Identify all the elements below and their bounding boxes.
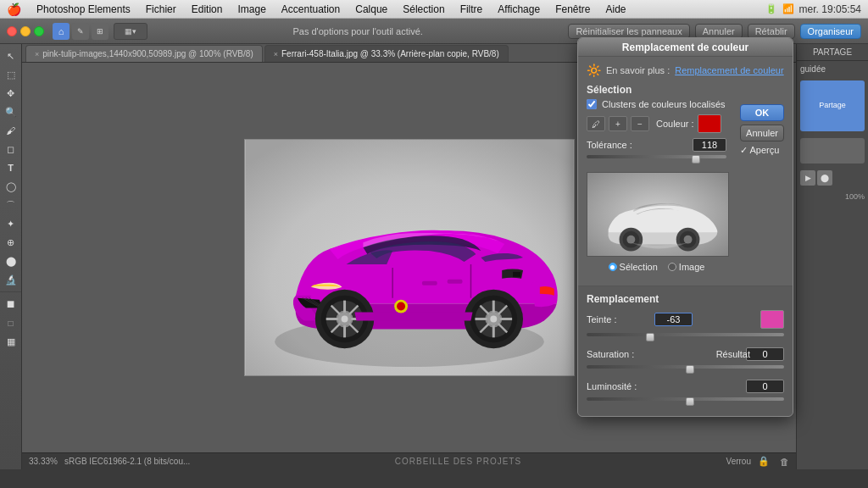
menu-fichier[interactable]: Fichier <box>139 2 183 17</box>
view-selector[interactable]: ▦▾ <box>114 23 147 40</box>
menu-photoshop[interactable]: Photoshop Elements <box>30 2 137 17</box>
menu-calque[interactable]: Calque <box>348 2 394 17</box>
guidee-label: guidée <box>797 61 868 77</box>
trash-icon[interactable]: 🗑 <box>780 457 789 467</box>
tool-zoom[interactable]: 🔍 <box>3 103 19 120</box>
menu-selection[interactable]: Sélection <box>396 2 451 17</box>
right-panel: PARTAGE guidée Partage ▶ ⬤ 100% <box>796 44 868 469</box>
menu-image[interactable]: Image <box>231 2 272 17</box>
teinte-slider[interactable] <box>587 333 784 343</box>
color-add-btn[interactable]: + <box>609 116 627 131</box>
teinte-color-swatch[interactable] <box>760 310 784 329</box>
car-illustration <box>245 140 574 375</box>
panel-btn-2[interactable]: ⬤ <box>817 170 832 186</box>
tool-brush[interactable]: 🖌 <box>3 122 19 139</box>
clusters-checkbox-row: Clusters de couleurs localisés <box>587 99 726 109</box>
tool-clone[interactable]: ⊕ <box>3 234 19 251</box>
couleur-label: Couleur : <box>656 119 694 129</box>
dialog-apercu-button[interactable]: ✓ Aperçu <box>740 145 784 156</box>
tool-crop[interactable]: ⬚ <box>3 66 19 83</box>
tab-label-ferrari: Ferrari-458-Italia.jpg @ 33.3% (Arrière-… <box>281 49 499 58</box>
apple-icon[interactable]: 🍎 <box>7 3 21 16</box>
reset-panels-button[interactable]: Réinitialiser les panneaux <box>568 24 689 39</box>
window-minimize[interactable] <box>20 26 31 36</box>
luminosite-value[interactable]: 0 <box>746 380 784 393</box>
saturation-row: Saturation : Résultat 0 <box>587 347 784 361</box>
menu-aide[interactable]: Aide <box>598 2 632 17</box>
dialog-info-row: 🔆 En savoir plus : Remplacement de coule… <box>587 64 784 77</box>
toolbar-icon-edit[interactable]: ✎ <box>72 23 89 40</box>
tab-label-tulip: pink-tulip-images,1440x900,50989.jpg @ 1… <box>42 49 253 58</box>
tool-fg-color[interactable]: ■ <box>3 296 19 313</box>
toolbar-status: Pas d'options pour l'outil activé. <box>151 26 565 36</box>
tool-text[interactable]: T <box>3 159 19 176</box>
svg-point-28 <box>397 302 405 311</box>
menu-edition[interactable]: Edition <box>185 2 230 17</box>
teinte-label: Teinte : <box>587 314 654 324</box>
tool-eraser[interactable]: ◻ <box>3 141 19 158</box>
tool-divider <box>0 291 21 292</box>
tool-move[interactable]: ✥ <box>3 85 19 102</box>
teinte-value[interactable]: -63 <box>654 313 693 326</box>
tool-dodge[interactable]: ⬤ <box>3 252 19 269</box>
toolbar-cancel-button[interactable]: Annuler <box>695 24 743 39</box>
menu-bar: 🍎 Photoshop Elements Fichier Edition Ima… <box>0 0 868 19</box>
tool-eyedrop[interactable]: 🔬 <box>3 271 19 288</box>
menu-filtre[interactable]: Filtre <box>453 2 490 17</box>
tab-tulip[interactable]: × pink-tulip-images,1440x900,50989.jpg @… <box>25 45 263 62</box>
window-maximize[interactable] <box>34 26 44 36</box>
preview-svg <box>587 172 728 257</box>
menu-accentuation[interactable]: Accentuation <box>275 2 347 17</box>
dialog-titlebar: Remplacement de couleur <box>578 38 793 57</box>
svg-rect-26 <box>447 280 462 284</box>
color-replace-dialog: Remplacement de couleur 🔆 En savoir plus… <box>577 37 793 417</box>
color-swatch[interactable] <box>698 114 721 133</box>
radio-image-label: Image <box>679 262 705 272</box>
tool-magic[interactable]: ✦ <box>3 215 19 232</box>
dialog-ok-button[interactable]: OK <box>740 104 784 121</box>
window-close[interactable] <box>7 26 17 36</box>
tolerance-value[interactable]: 118 <box>693 138 726 152</box>
tool-gradient[interactable]: ▦ <box>3 333 19 350</box>
panel-box-2 <box>800 138 865 164</box>
panel-btn-1[interactable]: ▶ <box>800 170 815 186</box>
menu-affichage[interactable]: Affichage <box>491 2 547 17</box>
tool-bg-color[interactable]: □ <box>3 314 19 331</box>
svg-point-35 <box>684 236 693 244</box>
color-picker-btn[interactable]: 🖊 <box>587 116 605 131</box>
canvas-image[interactable] <box>244 139 575 376</box>
luminosite-slider[interactable] <box>587 397 784 408</box>
luminosite-label: Luminosité : <box>587 381 654 391</box>
tool-shape[interactable]: ◯ <box>3 178 19 195</box>
selection-section-title: Sélection <box>587 84 726 96</box>
left-toolbar: ↖ ⬚ ✥ 🔍 🖌 ◻ T ◯ ⌒ ✦ ⊕ ⬤ 🔬 ■ □ ▦ <box>0 44 22 469</box>
saturation-value[interactable]: 0 <box>746 347 784 361</box>
remplacement-title: Remplacement <box>587 293 784 305</box>
retablir-button[interactable]: Rétablir <box>748 24 795 39</box>
tab-close-ferrari[interactable]: × <box>274 50 278 58</box>
menu-fenetre[interactable]: Fenêtre <box>548 2 597 17</box>
color-remove-btn[interactable]: − <box>631 116 649 131</box>
info-link[interactable]: Remplacement de couleur <box>675 65 783 75</box>
tool-arrow[interactable]: ↖ <box>3 47 19 64</box>
verrou-label: Verrou <box>726 457 751 466</box>
clusters-checkbox[interactable] <box>587 99 597 109</box>
tolerance-slider[interactable] <box>587 155 726 165</box>
remplacement-section: Remplacement Teinte : -63 Saturation : R… <box>578 286 793 416</box>
dialog-title: Remplacement de couleur <box>622 42 748 53</box>
svg-point-32 <box>626 236 635 244</box>
tool-lasso[interactable]: ⌒ <box>3 197 19 214</box>
organiseur-button[interactable]: Organiseur <box>800 24 861 39</box>
tab-close-tulip[interactable]: × <box>35 50 39 58</box>
zoom-info: 100% <box>800 192 865 201</box>
tab-ferrari[interactable]: × Ferrari-458-Italia.jpg @ 33.3% (Arrièr… <box>264 45 509 62</box>
panel-blue-box[interactable]: Partage <box>800 80 865 131</box>
dialog-cancel-button[interactable]: Annuler <box>740 125 784 141</box>
radio-selection[interactable]: Sélection <box>609 262 658 272</box>
luminosite-row: Luminosité : 0 <box>587 380 784 393</box>
radio-image[interactable]: Image <box>668 262 705 272</box>
saturation-slider[interactable] <box>587 365 784 375</box>
color-tools-row: 🖊 + − Couleur : <box>587 114 726 133</box>
toolbar-icon-home[interactable]: ⌂ <box>53 23 70 40</box>
toolbar-icon-grid[interactable]: ⊞ <box>92 23 108 40</box>
